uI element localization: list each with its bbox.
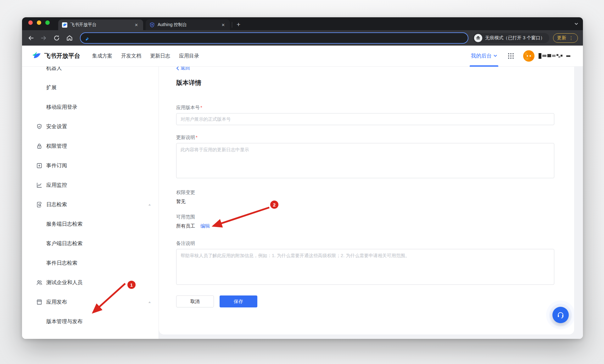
version-detail-card: 返回 版本详情 应用版本号* 更新说明* 权限变更 暂无: [159, 67, 574, 334]
version-number-label: 应用版本号*: [176, 105, 554, 111]
chevron-down-icon: [494, 55, 497, 57]
headset-icon: [556, 311, 565, 319]
update-label: 更新: [557, 35, 566, 41]
lock-icon: [36, 143, 43, 150]
browser-tab-strip: 飞书开放平台 ✕ Authing 控制台 ✕ +: [22, 17, 583, 30]
tab-authing-console[interactable]: Authing 控制台 ✕: [146, 19, 230, 30]
tab-divider: [232, 22, 232, 28]
support-float-button[interactable]: [552, 307, 569, 323]
page-content: 机器人 扩展 移动应用登录 安全设置: [22, 67, 583, 339]
brand-title[interactable]: 飞书开放平台: [44, 52, 80, 60]
my-console-label: 我的后台: [471, 52, 492, 59]
version-number-input[interactable]: [176, 113, 554, 125]
tab-search-chevron-icon[interactable]: [574, 22, 579, 26]
cancel-button[interactable]: 取消: [176, 295, 214, 307]
avatar[interactable]: [523, 50, 535, 62]
my-console-menu[interactable]: 我的后台: [471, 46, 497, 67]
collapse-triangle-icon[interactable]: ▲: [148, 203, 151, 206]
browser-toolbar: 无痕模式（已打开 3 个窗口） 更新 ⋮: [22, 30, 583, 46]
address-bar[interactable]: [80, 32, 468, 44]
line-chart-icon: [36, 182, 43, 189]
changelog-label: 更新说明*: [176, 135, 554, 141]
authing-favicon: [149, 22, 155, 28]
log-search-icon: [36, 201, 43, 208]
back-link[interactable]: 返回: [176, 67, 190, 71]
form-actions: 取消 保存: [176, 295, 554, 307]
maximize-window-button[interactable]: [45, 20, 50, 25]
tab-title: 飞书开放平台: [70, 22, 133, 28]
sidebar-item-event-log[interactable]: 事件日志检索: [22, 253, 159, 273]
back-chevron-icon: [176, 67, 179, 70]
sidebar-item-app-release[interactable]: 应用发布 ▲: [22, 292, 159, 312]
apps-grid-icon[interactable]: [507, 52, 515, 60]
page-title: 版本详情: [176, 79, 554, 87]
back-icon[interactable]: [27, 34, 35, 42]
collapse-triangle-icon[interactable]: ▲: [148, 301, 151, 304]
home-icon[interactable]: [66, 34, 73, 42]
permission-change-value: 暂无: [176, 199, 554, 205]
nav-docs[interactable]: 开发文档: [121, 53, 141, 59]
remark-label: 备注说明: [176, 240, 554, 246]
nav-app-directory[interactable]: 应用目录: [179, 53, 199, 59]
sidebar-item-log-retrieval[interactable]: 日志检索 ▲: [22, 195, 159, 214]
incognito-badge: 无痕模式（已打开 3 个窗口）: [473, 33, 549, 43]
sidebar-item-test-company[interactable]: 测试企业和人员: [22, 273, 159, 292]
remark-textarea[interactable]: [176, 249, 554, 285]
edit-scope-link[interactable]: 编辑: [200, 223, 210, 229]
sidebar-item-permission-management[interactable]: 权限管理: [22, 136, 159, 156]
sidebar-item-server-log[interactable]: 服务端日志检索: [22, 214, 159, 234]
availability-scope-label: 可用范围: [176, 214, 554, 220]
sidebar-item-extension[interactable]: 扩展: [22, 78, 159, 97]
main-nav: 集成方案 开发文档 更新日志 应用目录: [92, 53, 199, 59]
redacted-dash: [566, 55, 570, 57]
sidebar-item-version-management[interactable]: 版本管理与发布: [22, 312, 159, 331]
version-detail-form: 返回 版本详情 应用版本号* 更新说明* 权限变更 暂无: [159, 67, 574, 307]
nav-integration[interactable]: 集成方案: [92, 53, 112, 59]
people-icon: [36, 279, 43, 286]
main-area: 返回 版本详情 应用版本号* 更新说明* 权限变更 暂无: [159, 67, 583, 339]
required-mark: *: [200, 105, 202, 110]
sidebar-item-security-settings[interactable]: 安全设置: [22, 117, 159, 136]
storefront-icon: [36, 299, 43, 306]
sidebar: 机器人 扩展 移动应用登录 安全设置: [22, 67, 159, 339]
nav-changelog[interactable]: 更新日志: [150, 53, 170, 59]
permission-change-label: 权限变更: [176, 190, 554, 196]
tab-title: Authing 控制台: [158, 22, 220, 28]
changelog-textarea[interactable]: [176, 143, 554, 178]
sidebar-list: 机器人 扩展 移动应用登录 安全设置: [22, 67, 159, 331]
required-mark: *: [196, 135, 198, 140]
sidebar-item-robot[interactable]: 机器人: [22, 67, 159, 78]
availability-scope-row: 所有员工 编辑: [176, 223, 554, 229]
header-right: 我的后台: [471, 46, 570, 67]
site-header: 飞书开放平台 集成方案 开发文档 更新日志 应用目录 我的后台: [22, 46, 583, 67]
active-nav-underline: [470, 65, 498, 67]
tab-feishu-open-platform[interactable]: 飞书开放平台 ✕: [58, 19, 143, 30]
event-subscription-icon: [36, 162, 43, 169]
tab-close-icon[interactable]: ✕: [133, 22, 139, 28]
window-controls: [28, 20, 50, 25]
save-button[interactable]: 保存: [220, 295, 257, 307]
minimize-window-button[interactable]: [37, 20, 41, 25]
sidebar-item-event-subscription[interactable]: 事件订阅: [22, 156, 159, 175]
availability-scope-value: 所有员工: [176, 223, 195, 229]
desktop-background: 飞书开放平台 ✕ Authing 控制台 ✕ +: [0, 0, 604, 364]
browser-menu-dots-icon[interactable]: ⋮: [569, 35, 574, 41]
redacted-username: [539, 52, 563, 59]
incognito-icon: [474, 34, 482, 42]
browser-window: 飞书开放平台 ✕ Authing 控制台 ✕ +: [22, 17, 583, 339]
shield-check-icon: [36, 123, 43, 130]
incognito-label: 无痕模式（已打开 3 个窗口）: [485, 35, 545, 41]
bing-icon: [84, 35, 90, 41]
tab-close-icon[interactable]: ✕: [220, 22, 226, 28]
reload-icon[interactable]: [53, 34, 60, 42]
close-window-button[interactable]: [28, 20, 33, 25]
feishu-favicon: [62, 22, 67, 28]
sidebar-item-mobile-login[interactable]: 移动应用登录: [22, 97, 159, 117]
sidebar-item-app-monitoring[interactable]: 应用监控: [22, 175, 159, 195]
new-tab-button[interactable]: +: [234, 21, 243, 28]
sidebar-item-client-log[interactable]: 客户端日志检索: [22, 234, 159, 253]
feishu-logo: [31, 51, 42, 61]
forward-icon[interactable]: [40, 34, 48, 42]
update-browser-button[interactable]: 更新 ⋮: [553, 33, 578, 43]
